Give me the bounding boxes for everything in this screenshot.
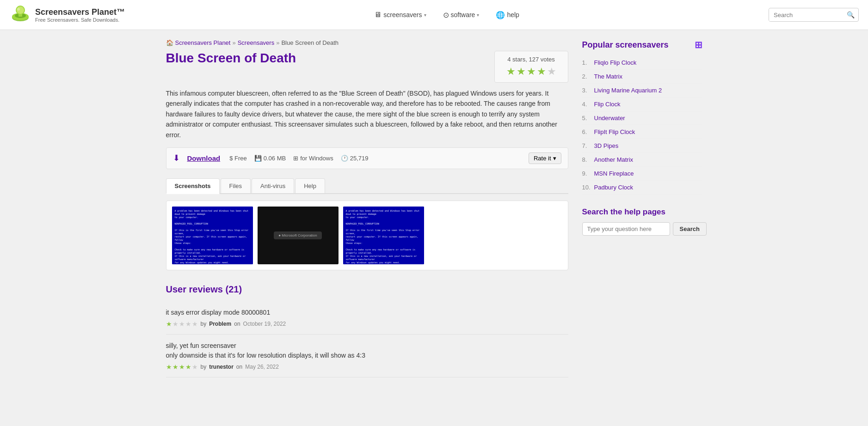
- breadcrumb: 🏠 Screensavers Planet » Screensavers » B…: [166, 39, 568, 46]
- disk-icon: 💾: [254, 155, 262, 162]
- popular-item-2: 2. The Matrix: [582, 70, 702, 84]
- popular-link-9[interactable]: MSN Fireplace: [594, 170, 634, 177]
- tab-files[interactable]: Files: [221, 178, 251, 193]
- globe-icon: 🌐: [496, 11, 505, 19]
- page-title: Blue Screen of Death: [166, 51, 296, 66]
- popular-link-8[interactable]: Another Matrix: [594, 156, 634, 163]
- star-1: ★: [506, 66, 516, 78]
- download-bar: ⬇ Download $ Free 💾 0.06 MB ⊞ for Window…: [166, 147, 568, 169]
- svg-point-5: [17, 8, 20, 11]
- search-input[interactable]: [769, 9, 843, 21]
- svg-rect-6: [18, 14, 22, 17]
- screenshot-2[interactable]: ● Microsoft Corporation: [258, 207, 339, 264]
- review-1-meta: ★ ★ ★ ★ ★ by Problem on October 19, 2022: [166, 320, 568, 328]
- logo[interactable]: Screensavers Planet™ Free Screensavers. …: [9, 4, 125, 26]
- popular-item-7: 7. 3D Pipes: [582, 139, 702, 153]
- price-meta: $ Free: [228, 155, 247, 162]
- tab-screenshots[interactable]: Screenshots: [166, 178, 220, 194]
- home-icon: 🏠: [166, 39, 173, 46]
- chevron-down-icon: ▾: [424, 12, 426, 18]
- rate-button[interactable]: Rate it ▾: [529, 152, 561, 164]
- popular-link-1[interactable]: Fliqlo Flip Clock: [594, 59, 637, 66]
- popular-link-2[interactable]: The Matrix: [594, 73, 622, 80]
- header-search-button[interactable]: 🔍: [843, 8, 858, 21]
- help-search-title: Search the help pages: [582, 207, 702, 217]
- review-2-stars: ★ ★ ★ ★ ★: [166, 363, 198, 371]
- monitor-icon: 🖥: [374, 11, 382, 19]
- popular-item-10: 10. Padbury Clock: [582, 181, 702, 195]
- content-area: 🏠 Screensavers Planet » Screensavers » B…: [166, 39, 568, 377]
- review-2: silly, yet fun screensaveronly downside …: [166, 335, 568, 377]
- nav-area: 🖥 screensavers ▾ ⊙ software ▾ 🌐 help: [134, 9, 759, 21]
- screenshots-area: A problem has been detected and Windows …: [166, 201, 568, 270]
- screenshot-3[interactable]: A problem has been detected and Windows …: [343, 207, 424, 264]
- tab-antivirus[interactable]: Anti-virus: [252, 178, 294, 193]
- help-search-input[interactable]: [582, 222, 670, 236]
- review-1-stars: ★ ★ ★ ★ ★: [166, 320, 198, 328]
- popular-screensavers-title: Popular screensavers ⊞: [582, 39, 702, 50]
- software-icon: ⊙: [443, 11, 449, 19]
- bsod-screen-3: A problem has been detected and Windows …: [343, 207, 424, 264]
- star-4: ★: [537, 66, 546, 78]
- platform-meta: ⊞ for Windows: [293, 155, 333, 162]
- reviews-title: User reviews (21): [166, 284, 568, 295]
- popular-link-3[interactable]: Living Marine Aquarium 2: [594, 87, 662, 94]
- star-2: ★: [517, 66, 526, 78]
- header-search-area: 🔍: [769, 8, 859, 22]
- help-search-bar: Search: [582, 222, 702, 236]
- windows-logo-icon: ⊞: [293, 155, 298, 162]
- sidebar: Popular screensavers ⊞ 1. Fliqlo Flip Cl…: [582, 39, 702, 377]
- popular-link-4[interactable]: Flip Clock: [594, 101, 621, 108]
- main-layout: 🏠 Screensavers Planet » Screensavers » B…: [157, 30, 712, 387]
- help-search-section: Search the help pages Search: [582, 207, 702, 236]
- help-search-button[interactable]: Search: [673, 222, 707, 236]
- reviews-section: User reviews (21) it says error display …: [166, 284, 568, 377]
- logo-text: Screensavers Planet™ Free Screensavers. …: [35, 7, 125, 23]
- review-1: it says error display mode 80000801 ★ ★ …: [166, 301, 568, 335]
- download-icon: ⬇: [173, 153, 180, 163]
- popular-item-5: 5. Underwater: [582, 111, 702, 125]
- rating-stars: ★ ★ ★ ★ ★: [502, 66, 560, 78]
- popular-item-6: 6. FlipIt Flip Clock: [582, 125, 702, 139]
- review-1-text: it says error display mode 80000801: [166, 308, 568, 317]
- logo-title: Screensavers Planet™: [35, 7, 125, 17]
- description: This infamous computer bluescreen, often…: [166, 88, 568, 140]
- chevron-down-icon: ▾: [553, 155, 556, 162]
- nav-software[interactable]: ⊙ software ▾: [440, 9, 482, 21]
- nav-help[interactable]: 🌐 help: [493, 9, 522, 21]
- review-2-author: trunestor: [209, 364, 234, 370]
- tabs: Screenshots Files Anti-virus Help: [166, 178, 568, 194]
- popular-link-7[interactable]: 3D Pipes: [594, 142, 619, 149]
- header: Screensavers Planet™ Free Screensavers. …: [0, 0, 868, 30]
- chevron-down-icon: ▾: [477, 12, 479, 18]
- windows-tiles-icon: ⊞: [695, 39, 702, 50]
- review-2-date: May 26, 2022: [245, 364, 279, 370]
- views-meta: 🕐 25,719: [341, 155, 369, 162]
- popular-item-9: 9. MSN Fireplace: [582, 167, 702, 181]
- nav-screensavers[interactable]: 🖥 screensavers ▾: [371, 9, 429, 21]
- screenshot-1[interactable]: A problem has been detected and Windows …: [172, 207, 253, 264]
- popular-item-4: 4. Flip Clock: [582, 97, 702, 111]
- review-2-meta: ★ ★ ★ ★ ★ by trunestor on May 26, 2022: [166, 363, 568, 371]
- popular-item-3: 3. Living Marine Aquarium 2: [582, 84, 702, 97]
- bsod-screen-1: A problem has been detected and Windows …: [172, 207, 253, 264]
- breadcrumb-screensavers[interactable]: Screensavers: [238, 39, 274, 46]
- star-5: ★: [547, 66, 556, 78]
- rating-box: 4 stars, 127 votes ★ ★ ★ ★ ★: [494, 51, 568, 83]
- review-1-date: October 19, 2022: [243, 321, 286, 327]
- review-2-text: silly, yet fun screensaveronly downside …: [166, 341, 568, 360]
- logo-icon: [9, 4, 31, 26]
- rating-summary: 4 stars, 127 votes: [502, 56, 560, 63]
- tab-help[interactable]: Help: [295, 178, 325, 193]
- breadcrumb-screensavers-planet[interactable]: Screensavers Planet: [175, 39, 231, 46]
- download-button[interactable]: Download: [187, 154, 221, 162]
- breadcrumb-current: Blue Screen of Death: [281, 39, 339, 46]
- popular-link-5[interactable]: Underwater: [594, 115, 625, 122]
- dark-screen: ● Microsoft Corporation: [258, 207, 339, 264]
- popular-item-1: 1. Fliqlo Flip Clock: [582, 56, 702, 70]
- popular-list: 1. Fliqlo Flip Clock 2. The Matrix 3. Li…: [582, 56, 702, 195]
- popular-link-10[interactable]: Padbury Clock: [594, 184, 634, 191]
- star-3: ★: [527, 66, 536, 78]
- size-meta: 💾 0.06 MB: [254, 155, 286, 162]
- popular-link-6[interactable]: FlipIt Flip Clock: [594, 128, 635, 135]
